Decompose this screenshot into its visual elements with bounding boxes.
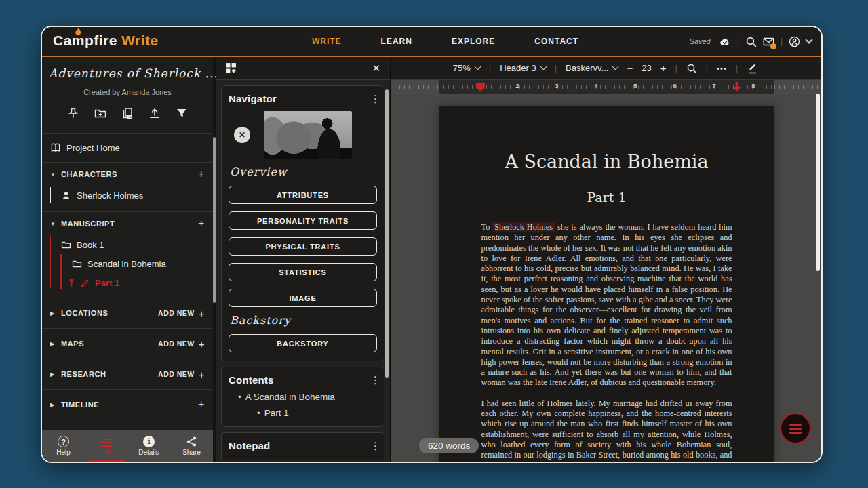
research-label: RESEARCH (61, 370, 106, 378)
kebab-menu-icon[interactable]: ⋮ (370, 443, 377, 449)
nav-tab-learn[interactable]: LEARN (381, 37, 412, 46)
logo-text-write: Write (121, 33, 159, 48)
folder-add-icon[interactable] (94, 107, 106, 119)
collapse-icon[interactable]: ▼ (50, 221, 61, 227)
upload-icon[interactable] (149, 107, 161, 119)
quick-menu-fab[interactable] (780, 413, 811, 444)
expand-icon[interactable]: ▶ (50, 371, 61, 378)
search-icon[interactable] (745, 36, 757, 47)
notifications-button[interactable] (763, 36, 774, 47)
document-subtitle[interactable]: Part 1 (439, 190, 774, 205)
account-icon[interactable] (789, 36, 800, 47)
contents-item-part-1[interactable]: •Part 1 (229, 408, 377, 418)
character-mention[interactable]: Sherlock Holmes (492, 222, 555, 232)
project-title: Adventures of Sherlock ... (49, 66, 206, 80)
remove-image-button[interactable]: ✕ (234, 127, 250, 143)
paragraph-style-select[interactable]: Header 3 (500, 63, 545, 73)
sidebar-section-locations[interactable]: ▶ LOCATIONS ADD NEW+ (42, 298, 213, 328)
sidebar-item-sherlock-holmes[interactable]: Sherlock Holmes (42, 186, 213, 205)
document-page[interactable]: A Scandal in Bohemia Part 1 To Sherlock … (439, 106, 774, 462)
add-research-button[interactable]: ADD NEW+ (158, 369, 205, 380)
backstory-button[interactable]: BACKSTORY (229, 334, 377, 352)
expand-icon[interactable]: ▶ (50, 402, 61, 408)
expand-icon[interactable]: ▶ (50, 310, 61, 317)
add-map-button[interactable]: ADD NEW+ (158, 338, 205, 350)
maps-label: MAPS (61, 340, 84, 348)
find-icon[interactable] (686, 63, 697, 74)
duplicate-link-icon[interactable] (121, 107, 134, 119)
decrease-font-size-button[interactable]: − (627, 62, 633, 74)
sidebar-item-part-1[interactable]: Part 1 (42, 273, 213, 292)
cloud-sync-icon[interactable] (719, 36, 731, 47)
editor-area: 75% | Header 3 | Baskervv... − 23 + | | … (391, 57, 821, 462)
book-label: Book 1 (77, 240, 104, 250)
kebab-menu-icon[interactable]: ⋮ (370, 377, 377, 384)
chevron-down-icon (612, 64, 619, 70)
sidebar-scrollbar[interactable] (213, 137, 216, 303)
sidebar-item-project-home[interactable]: Project Home (42, 134, 213, 162)
notification-dot (770, 43, 776, 49)
editor-scrollbar[interactable] (816, 94, 820, 271)
sidebar-section-maps[interactable]: ▶ MAPS ADD NEW+ (42, 329, 213, 359)
details-button[interactable]: i Details (130, 436, 168, 456)
divider: | (737, 37, 739, 46)
panel-layout-icon[interactable] (225, 62, 237, 74)
edit-mode-icon[interactable] (747, 62, 759, 75)
share-label: Share (182, 449, 201, 456)
sidebar-section-manuscript[interactable]: ▼ MANUSCRIPT + (42, 212, 213, 235)
add-location-button[interactable]: ADD NEW+ (158, 308, 205, 319)
share-button[interactable]: Share (173, 436, 211, 456)
characters-label: CHARACTERS (61, 170, 117, 178)
contents-item-scandal[interactable]: •A Scandal in Bohemia (229, 392, 377, 402)
pin-icon[interactable] (67, 107, 79, 119)
personality-traits-button[interactable]: PERSONALITY TRAITS (229, 211, 377, 230)
bullet-icon: • (257, 408, 260, 418)
nav-tab-contact[interactable]: CONTACT (534, 37, 578, 46)
nav-tab-write[interactable]: WRITE (312, 37, 342, 46)
character-name: Sherlock Holmes (77, 190, 143, 201)
help-button[interactable]: ? Help (45, 436, 83, 456)
attributes-button[interactable]: ATTRIBUTES (229, 186, 377, 204)
font-size-value[interactable]: 23 (642, 63, 651, 73)
character-image[interactable] (264, 111, 352, 159)
font-family-select[interactable]: Baskervv... (566, 63, 618, 73)
sidebar-item-book-1[interactable]: Book 1 (42, 235, 213, 254)
document-title[interactable]: A Scandal in Bohemia (439, 151, 774, 172)
image-button[interactable]: IMAGE (229, 289, 377, 307)
sidebar-item-scandal-in-bohemia[interactable]: Scandal in Bohemia (42, 254, 213, 273)
ruler[interactable]: 12345678 (391, 80, 821, 94)
more-options-button[interactable]: ••• (717, 64, 727, 73)
tree-guide (50, 187, 51, 203)
panel-scrollbar[interactable] (385, 89, 389, 378)
add-timeline-button[interactable]: + (198, 399, 205, 411)
list-button[interactable]: List (87, 436, 125, 456)
statistics-button[interactable]: STATISTICS (229, 263, 377, 281)
timeline-label: TIMELINE (61, 401, 99, 409)
nav-tab-explore[interactable]: EXPLORE (452, 37, 495, 46)
expand-icon[interactable]: ▶ (50, 341, 61, 347)
panel-header: ✕ (216, 57, 390, 80)
sidebar-section-research[interactable]: ▶ RESEARCH ADD NEW+ (42, 359, 213, 389)
add-character-button[interactable]: + (198, 168, 205, 180)
add-manuscript-button[interactable]: + (198, 218, 205, 230)
sidebar-section-characters[interactable]: ▼ CHARACTERS + (42, 163, 213, 186)
zoom-select[interactable]: 75% (453, 63, 480, 73)
sidebar-section-timeline[interactable]: ▶ TIMELINE + (42, 390, 213, 420)
physical-traits-button[interactable]: PHYSICAL TRAITS (229, 237, 377, 256)
increase-font-size-button[interactable]: + (660, 62, 667, 74)
main-nav: WRITE LEARN EXPLORE CONTACT (285, 37, 578, 46)
app-logo[interactable]: CampfireWrite (53, 33, 159, 49)
book-icon (50, 142, 61, 153)
backstory-heading: Backstory (230, 314, 376, 327)
document-body[interactable]: To Sherlock Holmes she is always the wom… (481, 222, 732, 462)
close-panel-icon[interactable]: ✕ (372, 62, 380, 75)
divider: | (555, 63, 557, 73)
collapse-icon[interactable]: ▼ (50, 171, 61, 178)
editor-canvas: A Scandal in Bohemia Part 1 To Sherlock … (391, 94, 821, 462)
divider: | (706, 63, 708, 73)
divider: | (489, 63, 491, 73)
chevron-down-icon[interactable] (805, 36, 812, 43)
filter-icon[interactable] (176, 107, 188, 119)
kebab-menu-icon[interactable]: ⋮ (370, 96, 377, 102)
paragraph-1: To Sherlock Holmes she is always the wom… (481, 222, 732, 388)
